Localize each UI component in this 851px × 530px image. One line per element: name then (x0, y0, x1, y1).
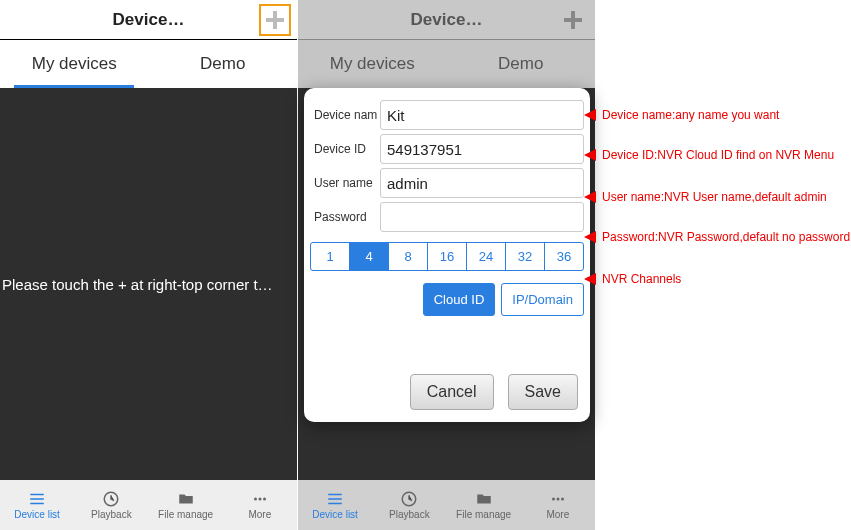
nav-file-manage[interactable]: File manage (149, 480, 223, 530)
header: Device… (0, 0, 297, 40)
label-user-name: User name (310, 176, 380, 190)
more-icon (250, 490, 270, 508)
label-device-name: Device nam (310, 108, 380, 122)
channel-option-36[interactable]: 36 (545, 243, 583, 270)
add-device-button[interactable] (259, 4, 291, 36)
channel-option-4[interactable]: 4 (350, 243, 389, 270)
nav-playback[interactable]: Playback (372, 480, 446, 530)
plus-icon (263, 8, 287, 32)
device-name-input[interactable] (380, 100, 584, 130)
mode-cloud-id[interactable]: Cloud ID (423, 283, 496, 316)
field-user-name: User name (310, 168, 584, 198)
field-device-name: Device nam (310, 100, 584, 130)
list-icon (27, 490, 47, 508)
header: Device… (298, 0, 595, 40)
nav-device-list[interactable]: Device list (298, 480, 372, 530)
channel-option-1[interactable]: 1 (311, 243, 350, 270)
bottom-nav: Device list Playback File manage More (298, 480, 595, 530)
field-password: Password (310, 202, 584, 232)
label-password: Password (310, 210, 380, 224)
tab-my-devices[interactable]: My devices (298, 40, 447, 88)
mode-ip-domain[interactable]: IP/Domain (501, 283, 584, 316)
annotation-channels: NVR Channels (584, 272, 681, 286)
page-title: Device… (113, 10, 185, 30)
list-icon (325, 490, 345, 508)
phone-screen-add-device: Device… My devices Demo Device list Play… (298, 0, 596, 530)
svg-point-6 (556, 498, 559, 501)
nav-more[interactable]: More (223, 480, 297, 530)
device-list-content: Please touch the + at right-top corner t… (0, 88, 297, 480)
modal-actions: Cancel Save (310, 374, 584, 414)
arrow-left-icon (584, 273, 596, 285)
annotation-password: Password:NVR Password,default no passwor… (584, 230, 850, 244)
svg-point-1 (254, 498, 257, 501)
tabs: My devices Demo (0, 40, 297, 88)
nav-playback[interactable]: Playback (74, 480, 148, 530)
tab-demo[interactable]: Demo (149, 40, 298, 88)
annotation-device-name: Device name:any name you want (584, 108, 779, 122)
bottom-nav: Device list Playback File manage More (0, 480, 297, 530)
annotation-device-id: Device ID:NVR Cloud ID find on NVR Menu (584, 148, 834, 162)
empty-hint-text: Please touch the + at right-top corner t… (0, 276, 297, 293)
channel-option-16[interactable]: 16 (428, 243, 467, 270)
page-title: Device… (411, 10, 483, 30)
channel-option-32[interactable]: 32 (506, 243, 545, 270)
arrow-left-icon (584, 191, 596, 203)
svg-point-2 (258, 498, 261, 501)
nav-file-manage[interactable]: File manage (447, 480, 521, 530)
device-id-input[interactable] (380, 134, 584, 164)
tab-my-devices[interactable]: My devices (0, 40, 149, 88)
svg-point-7 (561, 498, 564, 501)
tabs: My devices Demo (298, 40, 595, 88)
mode-selector: Cloud ID IP/Domain (310, 283, 584, 316)
folder-icon (176, 490, 196, 508)
folder-icon (474, 490, 494, 508)
more-icon (548, 490, 568, 508)
arrow-left-icon (584, 109, 596, 121)
arrow-left-icon (584, 231, 596, 243)
annotation-user-name: User name:NVR User name,default admin (584, 190, 827, 204)
svg-point-5 (552, 498, 555, 501)
plus-icon (561, 8, 585, 32)
svg-point-3 (263, 498, 266, 501)
cancel-button[interactable]: Cancel (410, 374, 494, 410)
user-name-input[interactable] (380, 168, 584, 198)
channel-selector: 14816243236 (310, 242, 584, 271)
phone-screen-device-list: Device… My devices Demo Please touch the… (0, 0, 298, 530)
add-device-modal: Device nam Device ID User name Password … (304, 88, 590, 422)
annotations: Device name:any name you want Device ID:… (584, 0, 851, 530)
clock-icon (101, 490, 121, 508)
arrow-left-icon (584, 149, 596, 161)
tab-demo[interactable]: Demo (447, 40, 596, 88)
channel-option-8[interactable]: 8 (389, 243, 428, 270)
label-device-id: Device ID (310, 142, 380, 156)
field-device-id: Device ID (310, 134, 584, 164)
save-button[interactable]: Save (508, 374, 578, 410)
password-input[interactable] (380, 202, 584, 232)
channel-option-24[interactable]: 24 (467, 243, 506, 270)
clock-icon (399, 490, 419, 508)
nav-device-list[interactable]: Device list (0, 480, 74, 530)
